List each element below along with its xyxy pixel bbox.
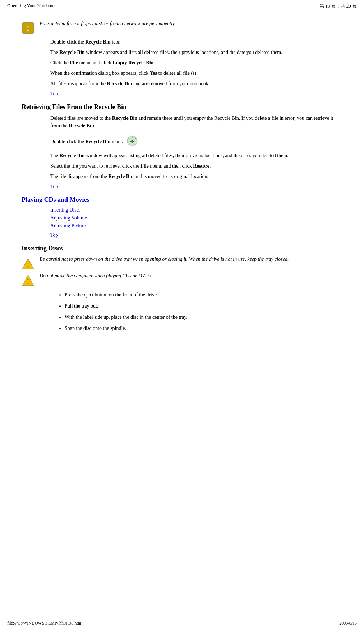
top-anchor-3[interactable]: Top <box>50 232 58 238</box>
main-content: ! Files deleted from a floppy disk or fr… <box>0 11 364 357</box>
retrieve-para-2: Double-click the Recycle Bin icon . <box>50 135 342 149</box>
recycle-bin-bold-4: Recycle Bin <box>112 115 137 121</box>
recycle-bin-bold-7: Recycle Bin <box>59 153 84 158</box>
header-title: Operating Your Notebook <box>7 3 56 9</box>
svg-text:!: ! <box>27 262 29 269</box>
inserting-warning-1-block: ! Be careful not to press down on the dr… <box>22 257 342 270</box>
bullet-4: Snap the disc onto the spindle. <box>65 324 342 332</box>
inserting-warning-2-block: ! Do not move the computer when playing … <box>22 273 342 287</box>
bullet-1: Press the eject button on the front of t… <box>65 291 342 299</box>
delete-para-4: When the confirmation dialog box appears… <box>50 69 342 77</box>
recycle-bin-bold-8: Recycle Bin <box>108 174 133 179</box>
retrieve-para-5: The file disappears from the Recycle Bin… <box>50 173 342 180</box>
inserting-warning-icon-2: ! <box>22 274 34 287</box>
cds-sublinks: Inserting Discs Adjusting Volume Adjusti… <box>50 207 342 229</box>
yes-bold: Yes <box>150 71 157 76</box>
page-footer: file:///C:\WINDOWS\TEMP\.hh9FD8.htm 2003… <box>0 619 364 627</box>
floppy-warning-label: Files deleted from a floppy disk or from… <box>40 21 175 26</box>
inserting-bullet-list: Press the eject button on the front of t… <box>65 291 342 332</box>
top-anchor-1[interactable]: Top <box>50 91 58 96</box>
delete-para-5: All files disappear from the Recycle Bin… <box>50 80 342 87</box>
top-link-2[interactable]: Top <box>50 184 342 190</box>
floppy-warning-text: Files deleted from a floppy disk or from… <box>40 21 175 27</box>
page-header: Operating Your Notebook 第 19 頁，共 20 頁 <box>0 0 364 11</box>
retrieving-heading: Retrieving Files From the Recycle Bin <box>22 103 342 111</box>
delete-para-2: The Recycle Bin window appears and lists… <box>50 49 342 56</box>
header-page: 第 19 頁，共 20 頁 <box>319 3 357 9</box>
empty-recycle-bold: Empty Recycle Bin <box>112 60 153 65</box>
retrieve-para-4: Select the file you want to retrieve, cl… <box>50 162 342 170</box>
inserting-warning-label-2: Do not move the computer when playing CD… <box>40 273 152 278</box>
restore-bold: Restore <box>193 163 209 169</box>
inserting-warning-label-1: Be careful not to press down on the driv… <box>40 257 289 262</box>
adjusting-volume-link[interactable]: Adjusting Volume <box>50 215 342 221</box>
file-menu-bold: File <box>70 60 78 65</box>
retrieve-section: Deleted files are moved to the Recycle B… <box>50 114 342 190</box>
recycle-bin-bold-2: Recycle Bin <box>59 50 84 55</box>
svg-text:!: ! <box>27 24 29 33</box>
playing-cds-heading: Playing CDs and Movies <box>22 196 342 204</box>
delete-para-3: Click the File menu, and click Empty Rec… <box>50 59 342 67</box>
inserting-warning-icon-1: ! <box>22 257 34 270</box>
retrieve-para-3: The Recycle Bin window will appear, list… <box>50 152 342 159</box>
recycle-bin-bold-5: Recycle Bin <box>69 123 94 128</box>
footer-url: file:///C:\WINDOWS\TEMP\.hh9FD8.htm <box>7 621 81 626</box>
recycle-bin-bold-6: Recycle Bin <box>85 139 110 144</box>
file-menu-bold-2: File <box>140 163 149 169</box>
top-link-3[interactable]: Top <box>50 232 342 238</box>
delete-para-1: Double-click the Recycle Bin icon. <box>50 38 342 46</box>
recycle-bin-bold-1: Recycle Bin <box>85 39 110 45</box>
top-link-1[interactable]: Top <box>50 91 342 97</box>
retrieve-para-1: Deleted files are moved to the Recycle B… <box>50 114 342 130</box>
inserting-discs-link[interactable]: Inserting Discs <box>50 207 342 213</box>
playing-cds-links: Inserting Discs Adjusting Volume Adjusti… <box>50 207 342 238</box>
floppy-warning-block: ! Files deleted from a floppy disk or fr… <box>22 21 342 35</box>
footer-date: 2003/8/15 <box>339 621 357 626</box>
bullet-3: With the label side up, place the disc i… <box>65 313 342 321</box>
recycle-bin-bold-3: Recycle Bin <box>107 81 132 86</box>
delete-section-paragraphs: Double-click the Recycle Bin icon. The R… <box>50 38 342 97</box>
adjusting-picture-link[interactable]: Adjusting Picture <box>50 223 342 229</box>
recycle-bin-icon <box>126 135 138 149</box>
inserting-warning-text-1: Be careful not to press down on the driv… <box>40 257 289 262</box>
inserting-discs-heading: Inserting Discs <box>22 245 342 252</box>
top-anchor-2[interactable]: Top <box>50 184 58 189</box>
svg-text:!: ! <box>27 278 29 285</box>
floppy-warning-icon: ! <box>22 22 34 35</box>
inserting-warning-text-2: Do not move the computer when playing CD… <box>40 273 152 279</box>
bullet-2: Pull the tray out. <box>65 302 342 310</box>
